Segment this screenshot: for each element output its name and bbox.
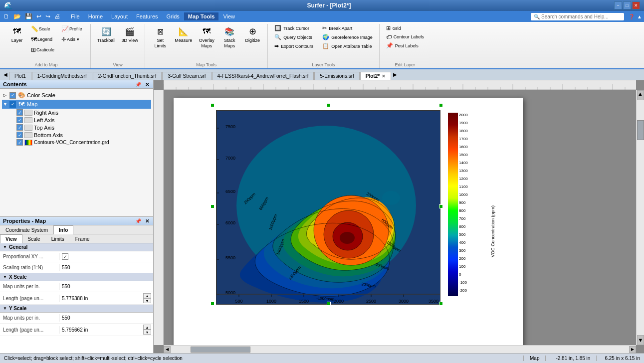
qa-save[interactable]: 💾 xyxy=(23,13,34,20)
check-top-axis[interactable]: ✓ xyxy=(16,124,23,131)
ribbon-trackball-btn[interactable]: 🔄 Trackball xyxy=(95,24,118,44)
tab-fessr[interactable]: 4-FESSRkarst-4_AndrewForret_Flash.srf xyxy=(212,72,314,80)
menu-home[interactable]: Home xyxy=(84,12,107,20)
check-left-axis[interactable]: ✓ xyxy=(16,117,23,123)
ribbon-scale-btn[interactable]: 📏Scale xyxy=(28,24,58,34)
check-color-scale[interactable]: ✓ xyxy=(9,92,16,99)
ribbon-stack-maps-btn[interactable]: 📚 Stack Maps xyxy=(218,24,240,50)
ribbon-measure-btn[interactable]: 📐 Measure xyxy=(172,24,195,44)
props-tab-view[interactable]: View xyxy=(0,234,22,243)
ribbon-layer-btn[interactable]: 🗺 Layer xyxy=(6,24,28,44)
y-length-spin-down[interactable]: ▼ xyxy=(143,330,151,335)
search-input[interactable] xyxy=(541,14,621,19)
section-toggle-yscale[interactable]: ▼ xyxy=(3,306,7,311)
h-scroll-right[interactable]: ▶ xyxy=(629,346,636,353)
check-contours[interactable]: ✓ xyxy=(16,139,23,146)
menu-file[interactable]: File xyxy=(67,12,84,20)
check-bottom-axis[interactable]: ✓ xyxy=(16,132,23,138)
ribbon-axis-btn[interactable]: ✛Axis ▾ xyxy=(59,34,86,44)
handle-br[interactable] xyxy=(439,302,443,306)
checkbox-proportional[interactable] xyxy=(62,253,68,260)
properties-close-btn[interactable]: ✕ xyxy=(144,218,150,224)
props-value-proportional[interactable] xyxy=(60,252,153,261)
tree-item-top-axis[interactable]: ✓ Top Axis xyxy=(2,124,151,131)
tab-gulf-stream[interactable]: 3-Gulf Stream.srf xyxy=(162,72,211,80)
tab-emissions[interactable]: 5-Emissions.srf xyxy=(314,72,359,80)
v-scroll-thumb[interactable] xyxy=(637,120,644,140)
v-scrollbar[interactable]: ▲ ▼ xyxy=(636,90,644,345)
menu-features[interactable]: Features xyxy=(132,12,162,20)
tree-item-color-scale[interactable]: ▷ ✓ 🎨 Color Scale xyxy=(2,91,151,100)
ribbon-3dview-btn[interactable]: 🎬 3D View xyxy=(119,24,141,44)
y-length-spin-up[interactable]: ▲ xyxy=(143,325,151,330)
maximize-button[interactable]: □ xyxy=(623,1,631,9)
ribbon-track-cursor-btn[interactable]: 🔲 Track Cursor xyxy=(272,24,316,32)
props-tab-scale[interactable]: Scale xyxy=(22,234,46,243)
handle-bm[interactable] xyxy=(327,302,331,306)
tree-item-map[interactable]: ▼ ✓ 🗺 Map xyxy=(2,100,151,109)
tree-item-left-axis[interactable]: ✓ Left Axis xyxy=(2,116,151,124)
contents-close-btn[interactable]: ✕ xyxy=(144,82,150,87)
properties-pin-btn[interactable]: 📌 xyxy=(134,218,142,224)
tab-plot2[interactable]: Plot2* ✕ xyxy=(360,72,391,80)
h-scroll-thumb[interactable] xyxy=(191,347,250,353)
ribbon-legend-btn[interactable]: 🗺Legend xyxy=(28,34,58,44)
ribbon-grid-btn[interactable]: ⊞ Grid xyxy=(384,24,427,32)
tab-close-plot2[interactable]: ✕ xyxy=(382,74,386,79)
tab-grid-function[interactable]: 2-GridFunction_Thumb.srf xyxy=(93,72,162,80)
ribbon-break-apart-btn[interactable]: ✂ Break Apart xyxy=(320,24,375,32)
h-scroll-left[interactable]: ◀ xyxy=(164,346,171,353)
tree-item-contours[interactable]: ✓ Contours-VOC_Concentration.grd xyxy=(2,139,151,146)
props-tab-frame[interactable]: Frame xyxy=(70,234,95,243)
v-scroll-down[interactable]: ▼ xyxy=(637,335,644,345)
tree-item-bottom-axis[interactable]: ✓ Bottom Axis xyxy=(2,131,151,139)
ribbon-georeference-btn[interactable]: 🌍 Georeference Image xyxy=(320,33,375,41)
handle-tm[interactable] xyxy=(327,103,331,107)
ribbon-graticule-btn[interactable]: ⊞Graticule xyxy=(28,45,58,55)
h-scrollbar[interactable]: ◀ ▶ xyxy=(164,345,636,353)
qa-undo[interactable]: ↩ xyxy=(35,13,43,20)
handle-ml[interactable] xyxy=(211,204,215,208)
minimize-button[interactable]: − xyxy=(614,1,622,9)
tab-gridding[interactable]: 1-GriddingMethods.srf xyxy=(32,72,92,80)
props-value-x-length[interactable]: 5.776388 in ▲ ▼ xyxy=(60,292,153,304)
help-icon[interactable]: ❓ xyxy=(629,14,635,19)
handle-tr[interactable] xyxy=(439,103,443,107)
ribbon-profile-btn[interactable]: 📈Profile xyxy=(59,24,86,34)
canvas-area[interactable]: // ruler ticks drawn via JS below xyxy=(154,80,644,353)
props-tab-coord-system[interactable]: Coordinate System xyxy=(0,225,53,234)
ribbon-set-limits-btn[interactable]: ⊠ Set Limits xyxy=(149,24,171,50)
close-button[interactable]: ✕ xyxy=(632,1,640,9)
expand-color-scale[interactable]: ▷ xyxy=(3,93,8,98)
ribbon-post-labels-btn[interactable]: 📌 Post Labels xyxy=(384,41,427,50)
handle-tl[interactable] xyxy=(211,103,215,107)
x-length-spin-down[interactable]: ▼ xyxy=(143,298,151,303)
tree-item-right-axis[interactable]: ✓ Right Axis xyxy=(2,109,151,116)
props-tab-info[interactable]: Info xyxy=(53,225,73,234)
handle-bl[interactable] xyxy=(211,302,215,306)
x-length-spin-up[interactable]: ▲ xyxy=(143,293,151,298)
tab-scroll-right[interactable]: ▶ xyxy=(392,72,399,77)
contents-pin-btn[interactable]: 📌 xyxy=(134,82,142,87)
tab-scroll-left[interactable]: ◀ xyxy=(2,72,9,77)
expand-ribbon-icon[interactable]: ▲ xyxy=(637,14,642,19)
section-toggle-xscale[interactable]: ▼ xyxy=(3,275,7,279)
tab-plot1[interactable]: Plot1 xyxy=(9,72,31,80)
ribbon-query-objects-btn[interactable]: 🔍 Query Objects xyxy=(272,33,316,41)
menu-grids[interactable]: Grids xyxy=(163,12,184,20)
ribbon-contour-labels-btn[interactable]: 🏷 Contour Labels xyxy=(384,33,427,41)
expand-map[interactable]: ▼ xyxy=(3,102,8,107)
ribbon-digitize-btn[interactable]: ⊕ Digitize xyxy=(241,24,263,44)
qa-new[interactable]: 🗋 xyxy=(2,13,11,20)
props-tab-limits[interactable]: Limits xyxy=(46,234,70,243)
qa-redo[interactable]: ↪ xyxy=(44,13,52,20)
menu-view[interactable]: View xyxy=(219,12,239,20)
handle-mr[interactable] xyxy=(439,204,443,208)
check-map[interactable]: ✓ xyxy=(9,101,16,108)
qa-open[interactable]: 📂 xyxy=(12,13,22,20)
check-right-axis[interactable]: ✓ xyxy=(16,109,23,116)
canvas-scroll[interactable]: 200ppm 600ppm 1000ppm 1400ppm 1800ppm 20… xyxy=(164,90,636,345)
section-toggle-general[interactable]: ▼ xyxy=(3,245,7,249)
ribbon-overlay-maps-btn[interactable]: 🗺 Overlay Maps xyxy=(196,24,217,50)
props-value-y-length[interactable]: 5.795662 in ▲ ▼ xyxy=(60,324,153,336)
